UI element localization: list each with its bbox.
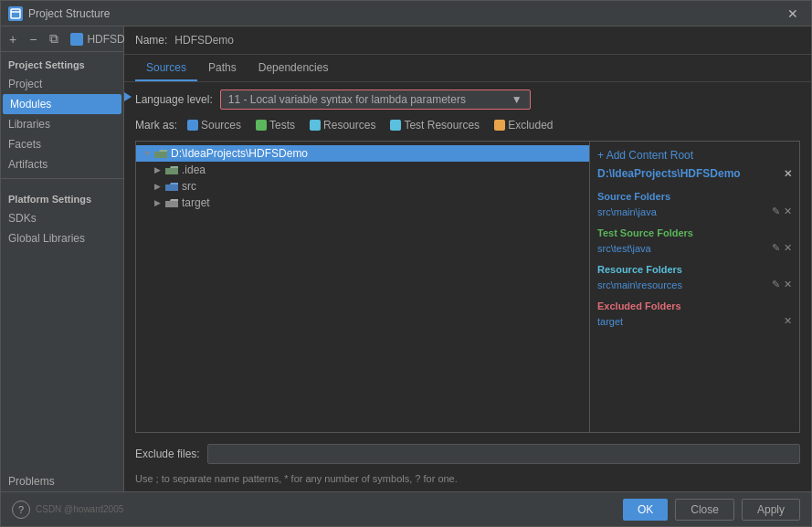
tree-arrow-src: ▶ (154, 182, 165, 191)
resource-folder-path-0: src\main\resources (597, 279, 682, 290)
mark-sources-label: Sources (201, 119, 241, 132)
mark-excluded-label: Excluded (508, 119, 553, 132)
tab-dependencies[interactable]: Dependencies (248, 56, 340, 81)
mark-as-resources-btn[interactable]: Resources (305, 117, 380, 133)
mark-as-row: Mark as: Sources Tests Resources (135, 117, 800, 133)
language-level-row: Language level: 11 - Local variable synt… (135, 90, 800, 110)
test-folder-row-0: src\test\java ✎ ✕ (597, 241, 792, 255)
arrow-indicator (124, 97, 127, 99)
source-folder-edit-btn-0[interactable]: ✎ (772, 206, 780, 217)
watermark-text: CSDN @howard2005 (36, 504, 123, 514)
main-content: + − ⧉ HDFSDemo Project Settings Project … (1, 26, 811, 491)
project-structure-dialog: Project Structure ✕ + − ⧉ HDFSDemo Proje… (0, 0, 812, 527)
module-icon (70, 33, 83, 46)
excluded-folder-row-0: target ✕ (597, 314, 792, 328)
resource-folders-section: Resource Folders src\main\resources ✎ ✕ (597, 264, 792, 291)
source-folder-path-0: src\main\java (597, 206, 657, 217)
mark-as-sources-btn[interactable]: Sources (183, 117, 246, 133)
test-folder-actions-0: ✎ ✕ (772, 242, 792, 254)
resource-folder-actions-0: ✎ ✕ (772, 279, 792, 290)
mark-tests-label: Tests (269, 119, 295, 132)
tabs-bar: Sources Paths Dependencies (124, 55, 811, 82)
tree-item-idea[interactable]: ▶ .idea (136, 162, 589, 178)
test-resources-icon (390, 120, 401, 131)
excluded-folders-title: Excluded Folders (597, 300, 792, 311)
exclude-hint: Use ; to separate name patterns, * for a… (135, 471, 800, 484)
close-dialog-button[interactable]: Close (675, 499, 734, 521)
dropdown-arrow-icon: ▼ (511, 93, 522, 106)
sidebar-toolbar: + − ⧉ HDFSDemo (1, 26, 123, 52)
tab-paths[interactable]: Paths (197, 56, 248, 81)
project-settings-title: Project Settings (1, 52, 123, 74)
source-folder-remove-btn-0[interactable]: ✕ (784, 206, 792, 217)
sidebar-item-problems[interactable]: Problems (1, 468, 123, 491)
sidebar-item-facets[interactable]: Facets (1, 134, 123, 154)
main-body: Language level: 11 - Local variable synt… (124, 82, 811, 491)
language-level-dropdown[interactable]: 11 - Local variable syntax for lambda pa… (220, 90, 531, 110)
resource-folder-remove-btn-0[interactable]: ✕ (784, 279, 792, 290)
platform-settings-title: Platform Settings (1, 186, 123, 208)
mark-as-tests-btn[interactable]: Tests (251, 117, 300, 133)
sidebar-item-libraries[interactable]: Libraries (1, 114, 123, 134)
exclude-files-label: Exclude files: (135, 448, 200, 460)
test-source-folders-section: Test Source Folders src\test\java ✎ ✕ (597, 227, 792, 255)
copy-module-button[interactable]: ⧉ (45, 29, 63, 48)
close-button[interactable]: ✕ (782, 5, 804, 23)
sidebar-item-global-libraries[interactable]: Global Libraries (1, 228, 123, 248)
mark-as-test-resources-btn[interactable]: Test Resources (385, 117, 484, 133)
mark-as-excluded-btn[interactable]: Excluded (490, 117, 557, 133)
resources-icon (310, 120, 321, 131)
resource-folder-edit-btn-0[interactable]: ✎ (772, 279, 780, 290)
name-label: Name: (135, 34, 167, 47)
exclude-files-input[interactable] (207, 444, 800, 464)
right-panel: + Add Content Root D:\IdeaProjects\HDFSD… (590, 141, 800, 433)
excluded-icon (494, 120, 505, 131)
tree-arrow-idea: ▶ (154, 165, 165, 174)
main-panel: Name: HDFSDemo Sources Paths Dependencie… (124, 26, 811, 491)
sidebar: + − ⧉ HDFSDemo Project Settings Project … (1, 26, 124, 491)
target-folder-icon (165, 198, 178, 208)
tree-item-src[interactable]: ▶ src (136, 178, 589, 195)
excluded-folder-remove-btn-0[interactable]: ✕ (784, 315, 792, 327)
tab-sources[interactable]: Sources (135, 56, 197, 81)
content-root-path: D:\IdeaProjects\HDFSDemo ✕ (597, 167, 792, 180)
sidebar-item-project[interactable]: Project (1, 74, 123, 94)
remove-module-button[interactable]: − (25, 30, 41, 48)
tree-root-item[interactable]: ▼ D:\IdeaProjects\HDFSDemo (136, 145, 589, 162)
dialog-title: Project Structure (28, 7, 782, 20)
mark-test-resources-label: Test Resources (404, 119, 480, 132)
resource-folder-row-0: src\main\resources ✎ ✕ (597, 278, 792, 291)
exclude-files-row: Exclude files: (135, 440, 800, 464)
split-panel: ▼ D:\IdeaProjects\HDFSDemo ▶ (135, 141, 800, 433)
add-module-button[interactable]: + (5, 30, 21, 48)
test-folder-remove-btn-0[interactable]: ✕ (784, 242, 792, 254)
tree-root-label: D:\IdeaProjects\HDFSDemo (171, 147, 308, 160)
tree-arrow-root: ▼ (143, 149, 154, 158)
bottom-left: ? CSDN @howard2005 (12, 501, 123, 519)
source-folders-section: Source Folders src\main\java ✎ ✕ (597, 191, 792, 218)
remove-content-root-btn[interactable]: ✕ (784, 168, 792, 180)
source-folders-title: Source Folders (597, 191, 792, 202)
root-folder-icon (154, 149, 167, 159)
test-folder-edit-btn-0[interactable]: ✎ (772, 242, 780, 254)
sidebar-item-sdks[interactable]: SDKs (1, 208, 123, 228)
help-button[interactable]: ? (12, 501, 30, 519)
resource-folders-title: Resource Folders (597, 264, 792, 275)
language-level-label: Language level: (135, 93, 213, 106)
ok-button[interactable]: OK (623, 499, 668, 521)
apply-button[interactable]: Apply (742, 499, 800, 521)
source-folder-row-0: src\main\java ✎ ✕ (597, 205, 792, 218)
tree-item-target[interactable]: ▶ target (136, 195, 589, 211)
sidebar-item-artifacts[interactable]: Artifacts (1, 154, 123, 174)
name-row: Name: HDFSDemo (124, 26, 811, 55)
add-content-root-btn[interactable]: + Add Content Root (597, 149, 792, 162)
test-source-folders-title: Test Source Folders (597, 227, 792, 238)
language-level-value: 11 - Local variable syntax for lambda pa… (228, 93, 466, 106)
sidebar-item-modules[interactable]: Modules (3, 94, 121, 114)
tree-item-idea-label: .idea (182, 163, 206, 176)
source-folder-actions-0: ✎ ✕ (772, 206, 792, 217)
bottom-right: OK Close Apply (623, 499, 800, 521)
tree-item-src-label: src (182, 180, 196, 193)
file-tree[interactable]: ▼ D:\IdeaProjects\HDFSDemo ▶ (135, 141, 590, 433)
sidebar-divider (1, 178, 123, 179)
